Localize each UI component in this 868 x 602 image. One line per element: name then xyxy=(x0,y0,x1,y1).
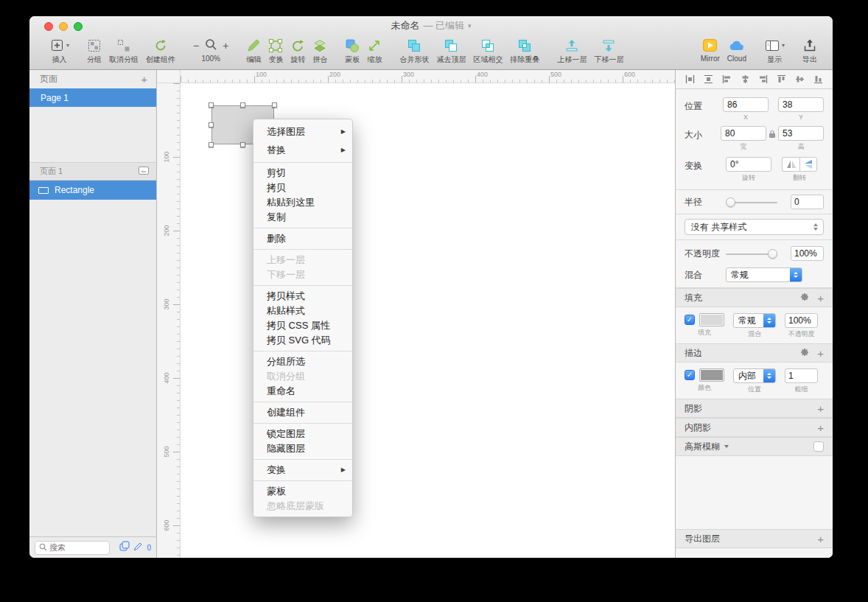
x-input[interactable] xyxy=(723,97,769,112)
menu-item-copy-svg[interactable]: 拷贝 SVG 代码 xyxy=(253,333,352,348)
radius-slider[interactable] xyxy=(726,197,777,207)
distribute-horizontally-icon[interactable] xyxy=(685,74,695,84)
toolbar-difference[interactable]: 排除重叠 xyxy=(510,36,539,65)
toolbar-flatten[interactable]: 拼合 xyxy=(312,36,327,65)
zoom-in-button[interactable]: + xyxy=(223,41,228,51)
gear-icon[interactable] xyxy=(800,348,809,359)
shared-style-dropdown[interactable]: 没有 共享样式 xyxy=(685,219,824,235)
blur-checkbox[interactable] xyxy=(813,441,824,452)
align-top-icon[interactable] xyxy=(777,74,786,84)
sidebar-item-page1[interactable]: Page 1 xyxy=(29,88,156,107)
toolbar-cloud[interactable]: Cloud xyxy=(727,36,746,63)
border-checkbox[interactable]: ✓ xyxy=(685,370,695,380)
fill-checkbox[interactable]: ✓ xyxy=(685,315,695,325)
menu-item-mask[interactable]: 蒙板 xyxy=(253,484,352,499)
toolbar-send-backward[interactable]: 下移一层 xyxy=(594,36,623,65)
horizontal-ruler[interactable]: 100 200 300 400 500 600 xyxy=(181,70,675,83)
title-chevron-icon[interactable]: ▾ xyxy=(468,22,472,29)
menu-item-duplicate[interactable]: 复制 xyxy=(253,210,352,225)
fill-color-swatch[interactable] xyxy=(699,313,724,326)
add-export-button[interactable]: + xyxy=(817,533,824,545)
fill-opacity-input[interactable] xyxy=(785,313,818,328)
rotation-input[interactable] xyxy=(726,157,771,172)
artboard-icon[interactable] xyxy=(139,167,149,176)
selection-handle[interactable] xyxy=(209,122,214,127)
menu-item-paste-style[interactable]: 粘贴样式 xyxy=(253,304,352,318)
fill-blend-dropdown[interactable]: 常规 xyxy=(733,313,776,328)
menu-item-cut[interactable]: 剪切 xyxy=(253,166,352,181)
add-shadow-button[interactable]: + xyxy=(817,403,824,414)
align-right-icon[interactable] xyxy=(758,74,768,84)
blur-type-chevron-icon[interactable] xyxy=(724,445,729,448)
menu-item-select-layer[interactable]: 选择图层 ▶ xyxy=(253,122,352,141)
toolbar-transform[interactable]: 变换 xyxy=(268,36,283,65)
titlebar[interactable]: 未命名 — 已编辑 ▾ xyxy=(29,16,833,35)
selection-handle[interactable] xyxy=(240,142,245,147)
pencil-filter-icon[interactable] xyxy=(133,541,143,554)
menu-item-group-selection[interactable]: 分组所选 xyxy=(253,354,352,369)
zoom-out-button[interactable]: − xyxy=(193,41,199,51)
align-middle-vertical-icon[interactable] xyxy=(795,74,805,84)
blend-dropdown[interactable]: 常规 xyxy=(726,267,802,282)
border-color-swatch[interactable] xyxy=(699,368,724,382)
menu-item-lock-layer[interactable]: 锁定图层 xyxy=(253,427,352,441)
menu-item-delete[interactable]: 删除 xyxy=(253,231,352,246)
selection-handle[interactable] xyxy=(209,142,214,147)
toolbar-union[interactable]: 合并形状 xyxy=(399,36,429,65)
opacity-input[interactable] xyxy=(791,246,824,261)
add-fill-button[interactable]: + xyxy=(817,293,824,304)
minimize-button[interactable] xyxy=(59,22,68,31)
toolbar-subtract[interactable]: 减去顶层 xyxy=(436,36,466,65)
align-center-horizontal-icon[interactable] xyxy=(741,74,750,84)
vertical-ruler[interactable]: 100 200 300 400 500 600 xyxy=(157,83,181,558)
search-input[interactable] xyxy=(49,543,104,552)
toolbar-edit[interactable]: 编辑 xyxy=(246,36,261,65)
distribute-vertically-icon[interactable] xyxy=(704,74,713,84)
add-border-button[interactable]: + xyxy=(817,348,824,359)
menu-item-create-symbol[interactable]: 创建组件 xyxy=(253,405,352,420)
selection-handle[interactable] xyxy=(272,102,277,108)
menu-item-copy-css[interactable]: 拷贝 CSS 属性 xyxy=(253,318,352,333)
menu-item-paste-here[interactable]: 粘贴到这里 xyxy=(253,195,352,210)
pages-copy-icon[interactable] xyxy=(119,541,130,554)
height-input[interactable] xyxy=(778,126,824,141)
menu-item-hide-layer[interactable]: 隐藏图层 xyxy=(253,441,352,456)
menu-item-copy-style[interactable]: 拷贝样式 xyxy=(253,289,352,304)
toolbar-zoom[interactable]: − + 100% xyxy=(193,36,228,63)
toolbar-mirror[interactable]: Mirror xyxy=(701,36,720,63)
align-left-icon[interactable] xyxy=(722,74,732,84)
radius-input[interactable] xyxy=(791,195,824,209)
toolbar-rotate[interactable]: 旋转 xyxy=(290,36,305,65)
menu-item-transform[interactable]: 变换 ▶ xyxy=(253,463,352,477)
toolbar-insert[interactable]: ▾ 插入 xyxy=(49,36,69,65)
opacity-slider[interactable] xyxy=(726,249,777,259)
toolbar-bring-forward[interactable]: 上移一层 xyxy=(557,36,587,65)
menu-item-copy[interactable]: 拷贝 xyxy=(253,181,352,195)
toolbar-export[interactable]: 导出 xyxy=(802,36,817,65)
flip-horizontal-button[interactable] xyxy=(782,157,799,172)
toolbar-ungroup[interactable]: 取消分组 xyxy=(109,36,139,65)
zoom-window-button[interactable] xyxy=(74,22,83,31)
flip-vertical-button[interactable] xyxy=(799,157,817,172)
add-page-button[interactable]: + xyxy=(141,74,147,85)
border-width-input[interactable] xyxy=(785,368,818,383)
close-button[interactable] xyxy=(44,22,53,31)
align-bottom-icon[interactable] xyxy=(813,74,823,84)
sidebar-item-rectangle[interactable]: Rectangle xyxy=(29,181,156,200)
toolbar-create-symbol[interactable]: 创建组件 xyxy=(146,36,175,65)
toolbar-group[interactable]: 分组 xyxy=(87,36,102,65)
y-input[interactable] xyxy=(778,97,824,112)
border-position-dropdown[interactable]: 内部 xyxy=(733,368,776,383)
opacity-slider-knob[interactable] xyxy=(768,249,777,259)
menu-item-replace[interactable]: 替换 ▶ xyxy=(253,141,352,159)
width-input[interactable] xyxy=(721,126,766,141)
lock-ratio-icon[interactable] xyxy=(769,130,776,141)
menu-item-rename[interactable]: 重命名 xyxy=(253,384,352,399)
radius-slider-knob[interactable] xyxy=(726,197,735,207)
toolbar-show[interactable]: ▾ 显示 xyxy=(764,36,785,65)
gear-icon[interactable] xyxy=(800,293,809,304)
selection-handle[interactable] xyxy=(209,102,214,108)
toolbar-mask[interactable]: 蒙板 xyxy=(345,36,360,65)
add-inner-shadow-button[interactable]: + xyxy=(817,422,824,433)
toolbar-intersect[interactable]: 区域相交 xyxy=(473,36,503,65)
